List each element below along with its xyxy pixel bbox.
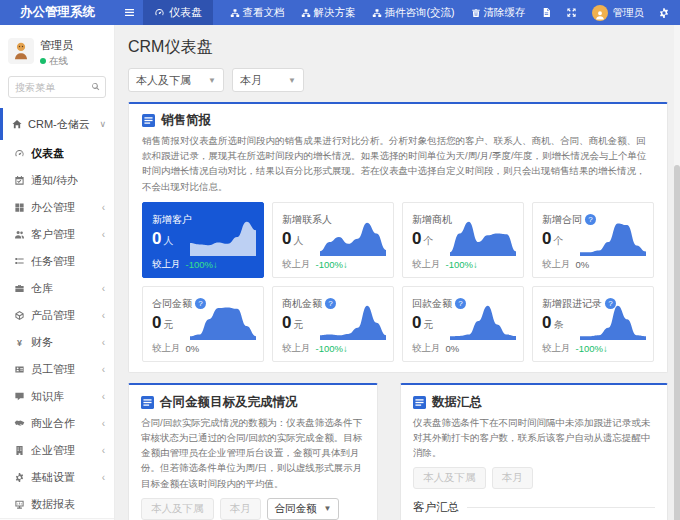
sitemap-icon [372,8,382,18]
sidebar-item-label: 知识库 [31,389,64,404]
stat-value: 0 [152,313,161,332]
sidebar-item[interactable]: 员工管理‹ [0,356,114,383]
period-select-value: 本月 [240,73,262,88]
compare-label: 较上月 [152,342,181,355]
stat-compare-row: 较上月-100%↓ [282,258,348,271]
stat-card[interactable]: 新增商机0个较上月-100%↓ [402,202,524,278]
stat-unit: 人 [293,235,303,246]
metric-select[interactable]: 合同金额 ▼ [267,498,340,520]
caret-down-icon: ▼ [324,504,332,513]
gauge-icon [154,7,165,18]
enterprise-icon [14,445,25,456]
yen-icon: ¥ [14,337,25,348]
chevron-collapse-icon: ‹ [102,311,105,321]
change-value: -100%↓ [446,259,478,270]
stat-label: 回款金额 [412,298,452,309]
sidebar-item[interactable]: 数据报表 [0,491,114,518]
office-icon [14,202,25,213]
caret-down-icon: ▼ [280,76,296,85]
data-summary-card: 数据汇总 仪表盘筛选条件下在不同时间间隔中未添加跟进记录或未对其外勤打卡的客户数… [400,383,668,520]
stat-card[interactable]: 商机金额?0元较上月-100%↓ [272,286,394,362]
stat-compare-row: 较上月-100%↓ [282,342,348,355]
topbar-link[interactable]: 查看文档 [222,0,293,25]
period-select[interactable]: 本月 ▼ [232,68,304,92]
sidebar-item[interactable]: 基础设置‹ [0,464,114,491]
sidebar-user-block: 管理员 在线 [0,25,114,74]
card-header: 数据汇总 [413,394,655,411]
menu-toggle-button[interactable] [115,0,143,25]
scope-select[interactable]: 本人及下属 ▼ [128,68,224,92]
user-menu[interactable]: 管理员 [584,0,653,25]
cooperation-icon [14,418,25,429]
chevron-collapse-icon: ‹ [102,473,105,483]
metric-select-value: 合同金额 [275,502,317,516]
compare-label: 较上月 [412,258,441,271]
caret-down-icon: ▼ [200,76,216,85]
dashboard-filters: 本人及下属 ▼ 本月 ▼ [128,68,668,92]
calendar-icon [14,175,25,186]
sparkline-chart [320,216,386,256]
fullscreen-icon [566,7,577,18]
stat-card[interactable]: 回款金额?0元较上月0% [402,286,524,362]
chevron-collapse-icon: ‹ [102,284,105,294]
hamburger-icon [123,6,136,19]
user-avatar [592,5,608,21]
section-icon [142,114,155,127]
contract-target-card: 合同金额目标及完成情况 合同/回款实际完成情况的数额为：仪表盘筛选条件下审核状态… [128,383,378,520]
sidebar-item-label: 商业合作 [31,416,75,431]
change-value: -100%↓ [316,343,348,354]
sidebar-item[interactable]: 办公管理‹ [0,194,114,221]
scope-filter-disabled: 本人及下属 [141,498,214,520]
stat-card[interactable]: 新增客户0人较上月-100%↓ [142,202,264,278]
stat-value: 0 [152,229,161,248]
chevron-collapse-icon: ‹ [102,392,105,402]
sidebar-item[interactable]: 知识库‹ [0,383,114,410]
stat-value: 0 [412,313,421,332]
change-value: -100%↓ [186,259,218,270]
sidebar-item[interactable]: 企业管理‹ [0,437,114,464]
file-icon [541,7,552,18]
topbar-link-label: 查看文档 [243,6,285,20]
stat-card[interactable]: 合同金额?0元较上月0% [142,286,264,362]
sidebar-item[interactable]: 产品管理‹ [0,302,114,329]
section-icon [141,396,154,409]
change-value: 0% [446,343,460,354]
topbar-link[interactable]: 清除缓存 [463,0,534,25]
summary-section-label: 客户汇总 [413,500,459,515]
stat-card[interactable]: 新增合同?0个较上月0% [532,202,654,278]
main-content: CRM仪表盘 本人及下属 ▼ 本月 ▼ 销售简报 销售简报对仪表盘所选时间段内的… [115,25,680,520]
settings-button[interactable] [652,0,680,25]
stat-unit: 元 [423,319,433,330]
stat-label: 商机金额 [282,298,322,309]
card-description: 销售简报对仪表盘所选时间段内的销售成果进行对比分析。分析对象包括您的客户、联系人… [142,133,654,194]
stat-unit: 元 [293,319,303,330]
sidebar-item[interactable]: ¥财务‹ [0,329,114,356]
tab-dashboard[interactable]: 仪表盘 [143,0,213,25]
vertical-scrollbar[interactable] [674,25,680,520]
scrollbar-thumb[interactable] [674,165,680,520]
sparkline-chart [190,300,256,340]
sidebar-item-label: 客户管理 [31,227,75,242]
stat-card[interactable]: 新增跟进记录?0条较上月-100%↓ [532,286,654,362]
sidebar-item[interactable]: 任务管理 [0,248,114,275]
sitemap-icon [301,8,311,18]
stat-compare-row: 较上月0% [412,342,459,355]
sidebar-item-label: 基础设置 [31,470,75,485]
sidebar-item[interactable]: 仪表盘 [0,140,114,167]
compare-label: 较上月 [542,342,571,355]
topbar-link[interactable]: 插件咨询(交流) [364,0,463,25]
sidebar-item[interactable]: 仓库‹ [0,275,114,302]
topbar-link[interactable]: 解决方案 [293,0,364,25]
sidebar-section-crm[interactable]: CRM-仓储云 ∨ [0,108,114,140]
card-title: 销售简报 [161,112,211,129]
sidebar-item[interactable]: 通知/待办 [0,167,114,194]
change-value: -100%↓ [316,259,348,270]
stat-unit: 个 [423,235,433,246]
topbar-icon-button[interactable] [559,0,584,25]
stat-label: 新增客户 [152,214,192,225]
stat-card[interactable]: 新增联系人0人较上月-100%↓ [272,202,394,278]
sidebar-item-label: 办公管理 [31,200,75,215]
sidebar-item[interactable]: 商业合作‹ [0,410,114,437]
topbar-icon-button[interactable] [534,0,559,25]
sidebar-item[interactable]: 客户管理‹ [0,221,114,248]
